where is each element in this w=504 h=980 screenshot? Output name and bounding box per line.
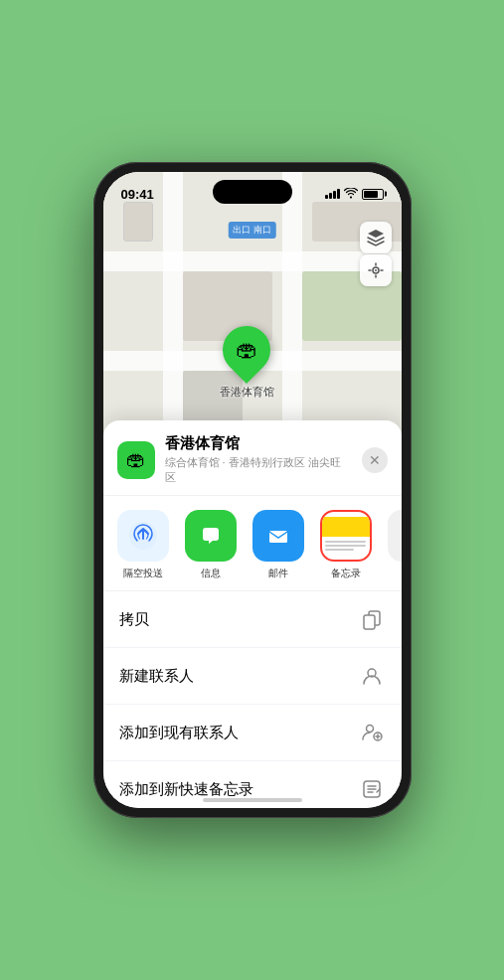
sheet-header: 🏟 香港体育馆 综合体育馆 · 香港特别行政区 油尖旺区 ✕: [103, 420, 402, 496]
menu-item-add-contact-label: 添加到现有联系人: [119, 724, 239, 742]
wifi-icon: [344, 188, 358, 201]
menu-item-copy[interactable]: 拷贝: [103, 591, 402, 648]
share-item-notes[interactable]: 备忘录: [316, 510, 376, 580]
notes-label: 备忘录: [331, 567, 361, 580]
menu-items: 拷贝 新建联系人: [103, 591, 402, 808]
status-time: 09:41: [121, 187, 154, 202]
share-item-messages[interactable]: 信息: [181, 510, 241, 580]
close-button[interactable]: ✕: [362, 447, 388, 473]
venue-subtitle: 综合体育馆 · 香港特别行政区 油尖旺区: [165, 455, 352, 485]
map-label-text: 出口 南口: [228, 222, 276, 239]
phone-screen: 09:41: [103, 172, 402, 808]
status-icons: [325, 188, 384, 201]
mail-icon: [252, 510, 304, 562]
svg-rect-5: [269, 531, 287, 543]
pin-emoji: 🏟: [236, 337, 257, 363]
pin-label: 香港体育馆: [220, 385, 274, 400]
menu-item-quick-note-label: 添加到新快速备忘录: [119, 780, 253, 799]
share-row: 隔空投送 信息: [103, 496, 402, 591]
map-location-button[interactable]: [360, 254, 392, 286]
menu-item-add-contact[interactable]: 添加到现有联系人: [103, 705, 402, 761]
map-label: 出口 南口: [228, 222, 276, 239]
copy-icon: [358, 605, 386, 633]
menu-item-new-contact-label: 新建联系人: [119, 667, 194, 686]
map-button-layer: [360, 222, 392, 286]
venue-info: 香港体育馆 综合体育馆 · 香港特别行政区 油尖旺区: [165, 434, 352, 485]
share-item-airdrop[interactable]: 隔空投送: [113, 510, 173, 580]
map-layers-button[interactable]: [360, 222, 392, 253]
quick-note-icon: [358, 775, 386, 803]
airdrop-icon: [117, 510, 169, 562]
messages-icon: [185, 510, 237, 562]
svg-point-1: [375, 269, 377, 271]
share-item-more[interactable]: 更多: [384, 510, 402, 580]
dynamic-island: [213, 180, 292, 204]
phone-frame: 09:41: [93, 162, 412, 818]
venue-name: 香港体育馆: [165, 434, 352, 453]
battery-icon: [362, 189, 384, 200]
share-item-mail[interactable]: 邮件: [249, 510, 308, 580]
notes-icon: [320, 510, 372, 562]
bottom-sheet: 🏟 香港体育馆 综合体育馆 · 香港特别行政区 油尖旺区 ✕: [103, 420, 402, 808]
signal-bars-icon: [325, 189, 340, 199]
menu-item-copy-label: 拷贝: [119, 610, 149, 629]
home-indicator: [203, 798, 302, 802]
airdrop-label: 隔空投送: [123, 567, 163, 580]
pin-circle: 🏟: [213, 316, 280, 384]
venue-icon: 🏟: [117, 441, 155, 479]
new-contact-icon: [358, 662, 386, 690]
battery-fill: [364, 191, 378, 198]
more-icon: [388, 510, 402, 562]
mail-label: 邮件: [268, 567, 288, 580]
add-contact-icon: [358, 719, 386, 746]
menu-item-new-contact[interactable]: 新建联系人: [103, 648, 402, 705]
location-pin: 🏟 香港体育馆: [220, 326, 274, 400]
messages-label: 信息: [201, 567, 221, 580]
svg-rect-7: [364, 615, 375, 629]
svg-point-9: [366, 726, 373, 733]
